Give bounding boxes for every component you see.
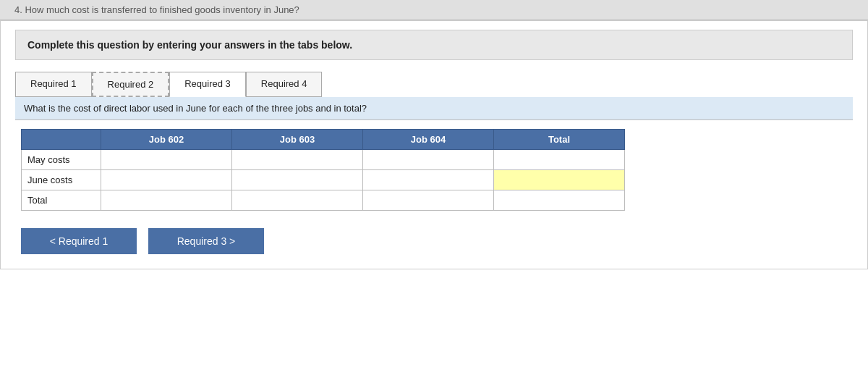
row-label-june: June costs (22, 170, 101, 190)
main-content: Complete this question by entering your … (0, 20, 868, 269)
input-may-603[interactable] (232, 150, 362, 169)
input-total-603[interactable] (232, 190, 362, 210)
cell-june-total[interactable] (494, 170, 625, 190)
input-total-604[interactable] (363, 190, 493, 210)
table-container: Job 602 Job 603 Job 604 Total May costs (21, 129, 853, 211)
tab-required-1[interactable]: Required 1 (15, 72, 92, 97)
cost-table: Job 602 Job 603 Job 604 Total May costs (21, 129, 625, 211)
input-may-604[interactable] (363, 150, 493, 169)
col-header-total: Total (494, 130, 625, 150)
tabs-row: Required 1 Required 2 Required 3 Require… (15, 72, 853, 97)
cell-may-603[interactable] (232, 150, 363, 170)
cell-total-602[interactable] (101, 190, 232, 211)
cell-june-602[interactable] (101, 170, 232, 190)
input-june-604[interactable] (363, 170, 493, 190)
cell-june-604[interactable] (363, 170, 494, 190)
col-header-job602: Job 602 (101, 130, 232, 150)
next-button[interactable]: Required 3 > (148, 228, 264, 254)
input-may-total[interactable] (494, 150, 624, 169)
table-row: June costs (22, 170, 625, 190)
input-june-total[interactable] (494, 170, 624, 190)
input-total-total[interactable] (494, 190, 624, 210)
table-row: May costs (22, 150, 625, 170)
nav-buttons: < Required 1 Required 3 > (21, 228, 853, 254)
cell-total-604[interactable] (363, 190, 494, 211)
table-row: Total (22, 190, 625, 211)
page-wrapper: 4. How much cost is transferred to finis… (0, 0, 868, 386)
tab-required-4[interactable]: Required 4 (246, 72, 323, 97)
cell-may-604[interactable] (363, 150, 494, 170)
question-text: What is the cost of direct labor used in… (15, 97, 853, 120)
top-strip-text: 4. How much cost is transferred to finis… (14, 4, 299, 15)
cell-june-603[interactable] (232, 170, 363, 190)
input-total-602[interactable] (101, 190, 231, 210)
top-strip: 4. How much cost is transferred to finis… (0, 0, 868, 20)
tab-required-2[interactable]: Required 2 (92, 72, 170, 97)
col-header-job603: Job 603 (232, 130, 363, 150)
cell-total-total[interactable] (494, 190, 625, 211)
prev-button[interactable]: < Required 1 (21, 228, 137, 254)
cell-total-603[interactable] (232, 190, 363, 211)
cell-may-602[interactable] (101, 150, 232, 170)
cell-may-total[interactable] (494, 150, 625, 170)
instruction-text: Complete this question by entering your … (27, 39, 352, 51)
row-label-may: May costs (22, 150, 101, 170)
row-label-total: Total (22, 190, 101, 211)
input-june-602[interactable] (101, 170, 231, 190)
input-may-602[interactable] (101, 150, 231, 169)
tab-required-3[interactable]: Required 3 (169, 72, 246, 97)
input-june-603[interactable] (232, 170, 362, 190)
instruction-box: Complete this question by entering your … (15, 30, 853, 60)
col-header-job604: Job 604 (363, 130, 494, 150)
col-header-empty (22, 130, 101, 150)
